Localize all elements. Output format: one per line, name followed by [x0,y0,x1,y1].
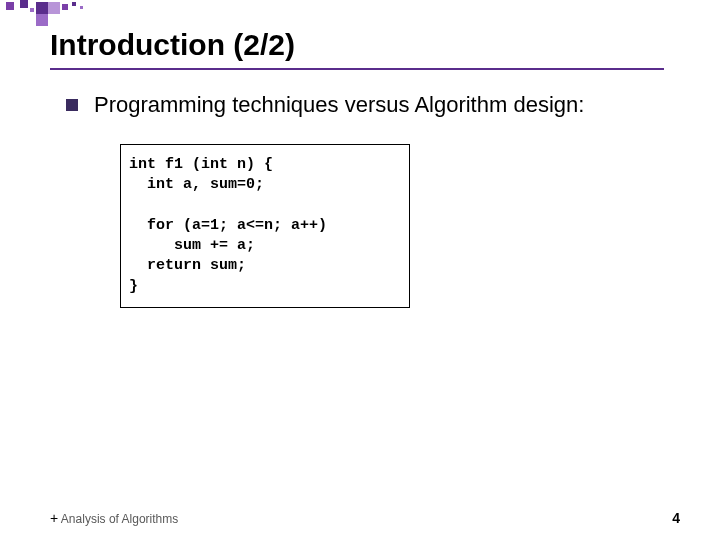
footer-left: + Analysis of Algorithms [50,510,178,526]
slide-title: Introduction (2/2) [50,28,295,62]
footer: + Analysis of Algorithms 4 [50,510,680,526]
bullet-item: Programming techniques versus Algorithm … [66,92,584,118]
code-box: int f1 (int n) { int a, sum=0; for (a=1;… [120,144,410,308]
code-snippet: int f1 (int n) { int a, sum=0; for (a=1;… [129,155,401,297]
footer-text: Analysis of Algorithms [58,512,178,526]
footer-plus: + [50,510,58,526]
slide-corner-decoration [0,0,120,30]
page-number: 4 [672,510,680,526]
square-bullet-icon [66,99,78,111]
title-underline [50,68,664,70]
bullet-text: Programming techniques versus Algorithm … [94,92,584,118]
